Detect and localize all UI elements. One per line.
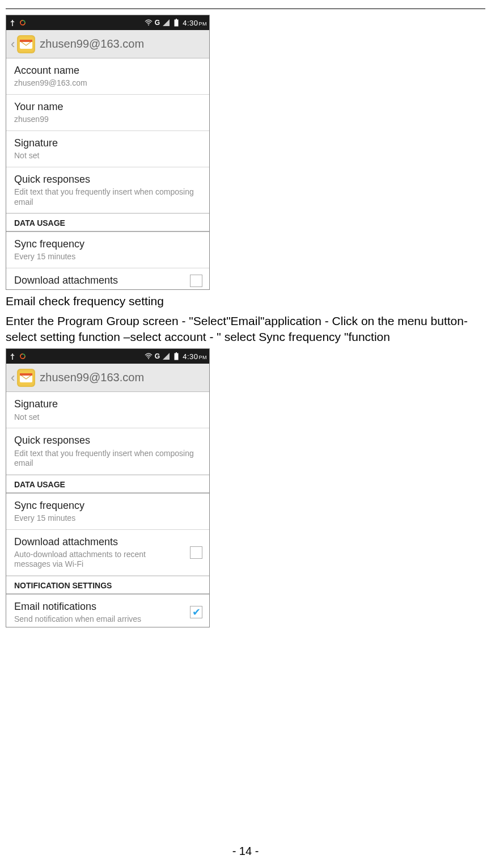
item-quick-responses[interactable]: Quick responses Edit text that you frequ… <box>6 167 209 213</box>
item-sync-frequency[interactable]: Sync frequency Every 15 minutes <box>6 494 209 530</box>
section-header-data-usage: DATA USAGE <box>6 213 209 232</box>
status-bar: G 4:30PM <box>6 349 209 364</box>
top-horizontal-rule <box>6 9 485 9</box>
item-title: Account name <box>14 64 202 77</box>
battery-icon <box>172 19 180 27</box>
usb-icon <box>9 19 16 27</box>
item-subtitle: Auto-download attachments to recent mess… <box>14 550 183 570</box>
item-sync-frequency[interactable]: Sync frequency Every 15 minutes <box>6 232 209 268</box>
page-number: - 14 - <box>0 845 491 858</box>
screenshot-2: G 4:30PM ‹ zhusen99@163.com Signature No… <box>6 348 210 627</box>
item-download-attachments[interactable]: Download attachments Auto-download attac… <box>6 530 209 576</box>
item-signature[interactable]: Signature Not set <box>6 392 209 428</box>
status-time-value: 4:30 <box>183 352 198 361</box>
mail-app-icon[interactable] <box>17 35 35 53</box>
item-subtitle: Send notification when email arrives <box>14 614 183 625</box>
item-signature[interactable]: Signature Not set <box>6 131 209 167</box>
status-time-value: 4:30 <box>183 19 198 27</box>
sync-icon <box>19 19 27 27</box>
item-email-notifications[interactable]: Email notifications Send notification wh… <box>6 595 209 627</box>
section-header-notification-settings: NOTIFICATION SETTINGS <box>6 576 209 595</box>
status-time: 4:30PM <box>183 352 207 361</box>
item-your-name[interactable]: Your name zhusen99 <box>6 95 209 131</box>
status-ampm: PM <box>199 21 208 27</box>
item-subtitle: Edit text that you frequently insert whe… <box>14 449 202 469</box>
screenshot-1: G 4:30PM ‹ zhusen99@163.com Account name… <box>6 15 210 290</box>
item-subtitle: Not set <box>14 412 202 423</box>
doc-paragraph: Enter the Program Group screen - "Select… <box>6 313 471 345</box>
item-subtitle: zhusen99@163.com <box>14 78 202 89</box>
app-bar: ‹ zhusen99@163.com <box>6 364 209 392</box>
item-quick-responses[interactable]: Quick responses Edit text that you frequ… <box>6 428 209 474</box>
item-subtitle: Every 15 minutes <box>14 252 202 262</box>
battery-icon <box>172 352 180 360</box>
item-title: Download attachments <box>14 536 183 549</box>
back-icon[interactable]: ‹ <box>10 370 16 385</box>
back-icon[interactable]: ‹ <box>10 37 16 52</box>
network-type-label: G <box>155 19 160 27</box>
checkbox-email-notifications[interactable] <box>190 606 202 618</box>
signal-icon <box>162 352 170 360</box>
mail-app-icon[interactable] <box>17 369 35 387</box>
wifi-icon <box>145 19 153 27</box>
section-header-data-usage: DATA USAGE <box>6 475 209 494</box>
item-subtitle: Not set <box>14 151 202 161</box>
app-bar-title: zhusen99@163.com <box>40 371 144 384</box>
item-title: Email notifications <box>14 600 183 613</box>
network-type-label: G <box>155 352 160 360</box>
app-bar-title: zhusen99@163.com <box>40 37 144 50</box>
item-download-attachments[interactable]: Download attachments <box>6 268 209 289</box>
sync-icon <box>19 352 27 360</box>
settings-list: Signature Not set Quick responses Edit t… <box>6 392 209 626</box>
status-time: 4:30PM <box>183 19 207 27</box>
svg-rect-9 <box>176 352 177 353</box>
item-account-name[interactable]: Account name zhusen99@163.com <box>6 58 209 95</box>
item-title: Quick responses <box>14 434 202 447</box>
item-title: Quick responses <box>14 173 202 186</box>
app-bar: ‹ zhusen99@163.com <box>6 30 209 58</box>
status-right: G 4:30PM <box>145 352 207 361</box>
item-title: Sync frequency <box>14 499 202 512</box>
svg-point-6 <box>12 359 13 360</box>
svg-point-1 <box>148 24 149 26</box>
item-title: Your name <box>14 100 202 113</box>
status-left <box>9 352 27 360</box>
checkbox-download-attachments[interactable] <box>190 546 202 559</box>
svg-rect-8 <box>175 353 178 360</box>
item-subtitle: zhusen99 <box>14 115 202 125</box>
doc-heading: Email check frequency setting <box>6 293 471 309</box>
status-ampm: PM <box>199 355 208 360</box>
svg-point-0 <box>12 25 13 26</box>
wifi-icon <box>145 352 153 360</box>
status-right: G 4:30PM <box>145 19 207 27</box>
item-title: Sync frequency <box>14 238 202 251</box>
usb-icon <box>9 352 16 360</box>
status-bar: G 4:30PM <box>6 15 209 30</box>
item-title: Download attachments <box>14 274 183 287</box>
svg-rect-11 <box>20 373 32 376</box>
item-title: Signature <box>14 398 202 411</box>
svg-rect-2 <box>175 20 178 26</box>
item-subtitle: Edit text that you frequently insert whe… <box>14 187 202 207</box>
signal-icon <box>162 19 170 27</box>
svg-rect-5 <box>20 40 32 42</box>
item-subtitle: Every 15 minutes <box>14 513 202 524</box>
svg-point-7 <box>148 358 149 359</box>
svg-rect-3 <box>176 19 177 20</box>
settings-list: Account name zhusen99@163.com Your name … <box>6 58 209 289</box>
status-left <box>9 19 27 27</box>
item-title: Signature <box>14 137 202 150</box>
checkbox-download-attachments[interactable] <box>190 275 202 287</box>
